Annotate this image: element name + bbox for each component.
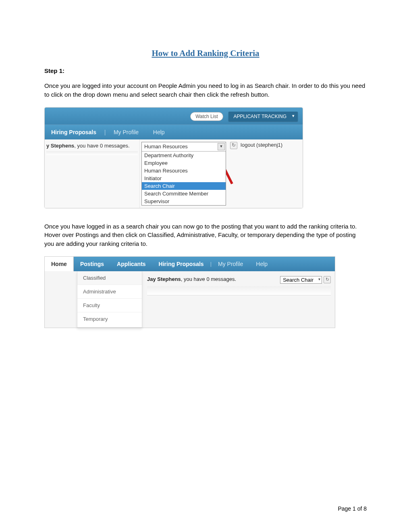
postings-dropdown-menu: Classified Administrative Faculty Tempor… (77, 271, 142, 328)
applicant-tracking-dropdown[interactable]: APPLICANT TRACKING (228, 112, 298, 121)
nav-bar-2: Home Postings Applicants Hiring Proposal… (45, 257, 335, 271)
role-option[interactable]: Employee (142, 159, 226, 167)
screenshot-2: Home Postings Applicants Hiring Proposal… (44, 256, 335, 328)
nav-bar: Hiring Proposals | My Profile Help (45, 125, 303, 139)
message-area: y Stephens, you have 0 messages. (45, 139, 140, 208)
refresh-icon[interactable]: ↻ (324, 276, 331, 283)
tab-my-profile[interactable]: My Profile (212, 257, 249, 271)
logout-link[interactable]: logout (stephenj1) (241, 142, 282, 148)
menu-item-administrative[interactable]: Administrative (77, 285, 142, 299)
role-select-value: Human Resources (144, 143, 188, 150)
paragraph-2: Once you have logged in as a search chai… (44, 222, 367, 248)
user-message: Jay Stephens, you have 0 messages. (147, 276, 236, 282)
role-option-selected[interactable]: Search Chair (142, 182, 226, 190)
tab-applicants[interactable]: Applicants (110, 257, 152, 271)
tab-help[interactable]: Help (249, 257, 274, 271)
paragraph-1: Once you are logged into your account on… (44, 81, 367, 99)
page-footer: Page 1 of 8 (338, 505, 367, 512)
logout-area: ↻logout (stephenj1) (228, 139, 303, 208)
content-area: Jay Stephens, you have 0 messages. Searc… (142, 271, 335, 328)
top-bar: Watch List APPLICANT TRACKING (45, 108, 303, 125)
menu-item-temporary[interactable]: Temporary (77, 312, 142, 326)
tab-postings[interactable]: Postings (74, 257, 110, 271)
menu-item-classified[interactable]: Classified (77, 271, 142, 285)
chevron-down-icon[interactable]: ▼ (218, 143, 225, 150)
role-select[interactable]: Human Resources ▼ Department Authority E… (141, 142, 226, 206)
user-name-fragment: y Stephens (46, 143, 74, 149)
nav-my-profile[interactable]: My Profile (107, 129, 145, 135)
tab-hiring-proposals[interactable]: Hiring Proposals (152, 257, 210, 271)
role-select-2[interactable]: Search Chair (280, 276, 322, 284)
message-text: , you have 0 messages. (74, 143, 129, 149)
watch-list-button[interactable]: Watch List (190, 112, 223, 121)
nav-hiring-proposals[interactable]: Hiring Proposals (45, 129, 103, 135)
refresh-icon[interactable]: ↻ (230, 142, 237, 149)
step-label: Step 1: (44, 67, 367, 74)
role-select-current[interactable]: Human Resources ▼ (142, 142, 226, 152)
message-text: , you have 0 messages. (181, 276, 236, 282)
role-option[interactable]: Initiator (142, 175, 226, 182)
role-option[interactable]: Department Authority (142, 152, 226, 159)
page-title: How to Add Ranking Criteria (44, 48, 367, 58)
nav-help[interactable]: Help (147, 129, 171, 135)
nav-separator: | (104, 129, 106, 135)
screenshot-1: Watch List APPLICANT TRACKING Hiring Pro… (44, 107, 303, 208)
role-select-area: Human Resources ▼ Department Authority E… (140, 139, 228, 208)
tab-home[interactable]: Home (45, 257, 74, 271)
role-option[interactable]: Supervisor (142, 197, 226, 205)
menu-item-faculty[interactable]: Faculty (77, 299, 142, 312)
role-option[interactable]: Search Committee Member (142, 190, 226, 197)
role-option[interactable]: Human Resources (142, 167, 226, 175)
user-name: Jay Stephens (147, 276, 181, 282)
